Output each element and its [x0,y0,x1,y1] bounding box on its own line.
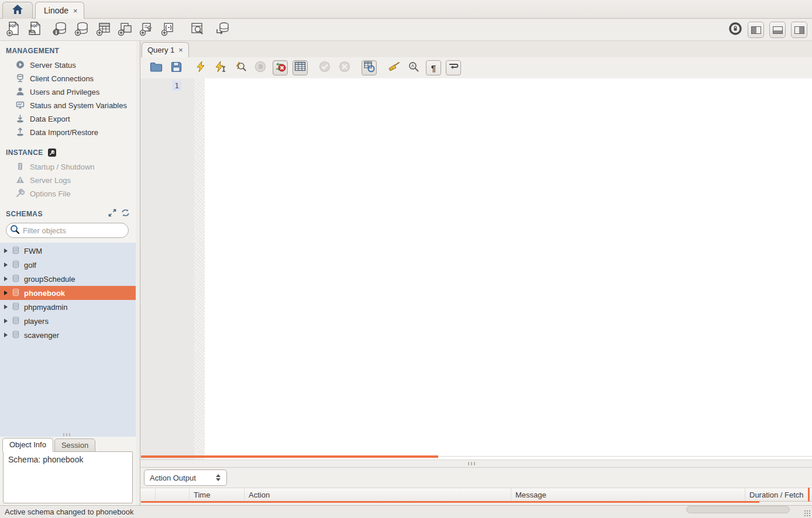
expander-icon[interactable] [4,277,8,281]
new-sql-tab-button[interactable]: SQL [5,21,22,39]
column-header-duration[interactable]: Duration / Fetch [745,488,812,501]
create-table-button[interactable] [95,21,112,39]
explain-button[interactable] [233,60,248,75]
execute-current-button[interactable] [213,60,228,75]
execute-button[interactable] [193,60,208,75]
output-splitter[interactable] [140,460,812,468]
toggle-autocommit-button[interactable] [362,60,377,75]
bottom-panel-icon [773,26,783,34]
schema-icon [12,274,20,284]
close-icon[interactable]: × [178,46,183,54]
lightning-cursor-icon [215,61,226,75]
editor-hscroll-thumb[interactable] [141,455,438,458]
create-schema-button[interactable] [73,21,91,39]
splitter-handle[interactable] [468,462,475,465]
sidebar-item-label: Startup / Shutdown [30,163,95,171]
tab-object-info[interactable]: Object Info [2,438,53,452]
spinner-icons[interactable] [212,474,226,481]
schema-icon [12,260,20,270]
refresh-icon[interactable] [121,209,130,219]
sidebar-item-client-connections[interactable]: Client Connections [0,72,136,85]
open-script-button[interactable] [149,60,164,75]
sidebar-item-startup-shutdown[interactable]: Startup / Shutdown [0,160,136,174]
column-header-message[interactable]: Message [511,488,745,501]
word-wrap-button[interactable] [446,60,461,75]
toggle-stop-on-error-button[interactable] [273,60,288,75]
schema-inspector-button[interactable] [51,21,69,39]
schema-row-phonebook[interactable]: phonebook [0,286,136,300]
open-sql-script-button[interactable]: SQL [26,21,44,39]
expander-icon[interactable] [4,305,8,309]
toggle-right-sidebar-button[interactable] [791,22,807,38]
expander-icon[interactable] [4,263,8,267]
expander-icon[interactable] [4,319,8,323]
column-header-time[interactable]: Time [190,488,245,501]
filter-objects-input[interactable] [23,226,126,235]
column-header-action[interactable]: Action [245,488,511,501]
sidebar-item-data-import[interactable]: Data Import/Restore [0,126,136,139]
find-button[interactable] [406,60,421,75]
schema-row-players[interactable]: players [0,314,136,328]
sidebar-item-data-export[interactable]: Data Export [0,112,136,126]
sql-editor[interactable]: 1 [140,78,812,460]
beautify-button[interactable] [386,60,401,75]
server-logs-icon [16,175,25,186]
folder-icon [150,61,163,74]
object-info-panel: Object Info Session Schema: phonebook [0,433,136,505]
search-table-data-button[interactable] [188,21,206,39]
sidebar-item-system-variables[interactable]: Status and System Variables [0,99,136,112]
bottom-scrollbar-thumb[interactable] [686,506,790,513]
column-header-status[interactable] [140,488,156,501]
data-import-icon [16,127,25,138]
resize-grip[interactable] [804,510,811,517]
sidebar-item-server-status[interactable]: Server Status [0,58,136,72]
toggle-left-sidebar-button[interactable] [748,22,764,38]
schema-row-groupschedule[interactable]: groupSchedule [0,272,136,286]
connection-tab[interactable]: Linode × [35,2,84,19]
toggle-bottom-panel-button[interactable] [769,22,786,38]
expander-icon[interactable] [4,291,8,295]
home-icon [12,4,23,17]
schema-icon [12,288,20,298]
schema-filter[interactable] [6,223,129,238]
editor-text-area[interactable] [205,78,812,460]
close-icon[interactable]: × [73,6,78,15]
table-plus-icon [96,21,111,39]
schema-row-golf[interactable]: golf [0,258,136,272]
connection-tabbar: Linode × [0,0,812,19]
output-vscroll-thumb[interactable] [808,488,810,502]
tab-session[interactable]: Session [54,438,95,453]
schema-row-scavenger[interactable]: scavenger [0,328,136,342]
invisible-characters-button[interactable]: ¶ [426,60,441,75]
save-script-button[interactable] [168,60,184,75]
expander-icon[interactable] [4,333,8,337]
schema-row-phpmyadmin[interactable]: phpmyadmin [0,300,136,314]
create-function-button[interactable] [160,21,177,39]
explain-magnifier-icon [235,61,246,75]
database-inspector-icon [53,21,68,39]
main-toolbar: SQL SQL [0,19,812,41]
editor-toolbar: ¶ [140,57,812,78]
code-folding-margin [194,78,205,460]
status-message: Active schema changed to phonebook [5,507,133,516]
create-view-button[interactable] [116,21,134,39]
expand-panel-icon[interactable] [108,209,116,219]
output-type-select[interactable]: Action Output [144,469,227,486]
sidebar-item-options-file[interactable]: Options File [0,187,136,201]
sidebar-item-server-logs[interactable]: Server Logs [0,174,136,187]
home-tab[interactable] [2,2,33,19]
panel-splitter-handle[interactable] [63,433,70,436]
schema-icon [12,246,20,256]
sidebar-item-users-privileges[interactable]: Users and Privileges [0,85,136,99]
startup-shutdown-icon [16,162,25,172]
expander-icon[interactable] [4,248,8,253]
create-procedure-button[interactable] [138,21,156,39]
reconnect-dbms-button[interactable] [214,21,231,39]
limit-rows-button[interactable] [293,60,308,75]
query-tab[interactable]: Query 1 × [142,42,189,57]
schema-row-fwm[interactable]: FWM [0,244,136,258]
column-header-index[interactable] [156,488,190,501]
output-panel: Action Output Time Action Message Durati… [140,468,812,505]
right-panel-icon [794,26,804,34]
output-hscroll-thumb[interactable] [141,501,759,503]
